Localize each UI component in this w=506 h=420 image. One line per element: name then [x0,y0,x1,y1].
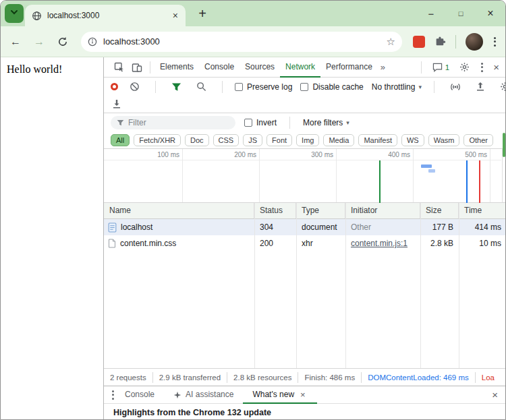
close-tab-icon[interactable]: × [298,386,308,403]
chip-all[interactable]: All [111,134,130,146]
devtools-menu-kebab-icon[interactable] [480,61,484,73]
drawer-menu-kebab-icon[interactable] [111,389,115,401]
chip-font[interactable]: Font [266,134,292,146]
filter-input[interactable]: Filter [111,116,235,129]
bookmark-star-icon[interactable]: ☆ [387,36,395,48]
chip-fetch-xhr[interactable]: Fetch/XHR [134,134,181,146]
column-header-time[interactable]: Time [459,203,506,218]
titlebar: localhost:3000 × + − □ × [1,1,505,26]
toolbar-divider [455,35,456,49]
chip-other[interactable]: Other [463,134,493,146]
clear-network-log-icon[interactable] [126,82,143,92]
browser-tab[interactable]: localhost:3000 × [25,5,186,26]
tab-search-button[interactable] [5,4,24,23]
chip-img[interactable]: Img [296,134,319,146]
tab-performance[interactable]: Performance [320,57,378,78]
column-divider [254,203,255,368]
minimize-button[interactable]: − [416,1,446,26]
network-overview-timeline[interactable]: 100 ms 200 ms 300 ms 400 ms 500 ms [104,149,506,203]
search-icon[interactable] [193,82,210,92]
checkbox-icon[interactable] [235,83,243,91]
more-filters-select[interactable]: More filters ▾ [303,118,349,127]
initiator-link[interactable]: content.min.js:1 [351,239,407,248]
issues-button[interactable]: 1 [432,63,449,72]
maximize-button[interactable]: □ [446,1,476,26]
request-name: content.min.css [120,239,176,248]
export-har-icon[interactable] [472,82,488,92]
filter-funnel-small-icon [117,119,124,126]
column-header-name[interactable]: Name [104,203,254,218]
tab-elements[interactable]: Elements [154,57,199,78]
device-toolbar-icon[interactable] [128,62,146,73]
request-size: 177 B [420,222,459,232]
drawer-tab-label: What's new [252,386,294,403]
reload-icon[interactable] [57,36,68,47]
chip-wasm[interactable]: Wasm [428,134,460,146]
filter-funnel-icon[interactable] [168,82,185,92]
scrollbar-thumb[interactable] [503,133,505,157]
url-text[interactable]: localhost:3000 [103,36,387,47]
checkbox-icon[interactable] [300,83,308,91]
invert-toggle[interactable]: Invert [244,118,277,127]
column-header-type[interactable]: Type [296,203,345,218]
globe-icon [32,11,42,21]
chip-ws[interactable]: WS [401,134,424,146]
more-filters-label: More filters [303,118,343,127]
column-header-size[interactable]: Size [420,203,459,218]
drawer-tab-console[interactable]: Console [115,386,164,404]
chip-doc[interactable]: Doc [185,134,209,146]
close-window-button[interactable]: × [476,1,505,26]
filter-placeholder: Filter [128,118,146,127]
new-tab-button[interactable]: + [194,1,211,26]
tick-label: 300 ms [311,151,333,158]
back-icon[interactable]: ← [10,36,21,47]
tab-network[interactable]: Network [280,57,320,78]
close-devtools-icon[interactable]: × [491,61,501,73]
chip-media[interactable]: Media [323,134,354,146]
spark-icon [173,391,181,399]
divider [421,61,422,73]
chip-js[interactable]: JS [243,134,262,146]
document-file-icon [108,222,117,233]
drawer-tab-whats-new[interactable]: What's new × [243,386,316,404]
drawer-tab-ai-assistance[interactable]: AI assistance [164,386,243,404]
table-row-content-min-css[interactable]: content.min.css 200 xhr content.min.js:1… [104,235,506,251]
network-settings-gear-icon[interactable] [497,82,506,92]
devtools-settings-gear-icon[interactable] [456,62,473,72]
inspect-element-icon[interactable] [111,62,128,73]
whats-new-heading[interactable]: Highlights from the Chrome 132 update [113,408,271,417]
tab-sources[interactable]: Sources [240,57,280,78]
invert-label: Invert [256,118,277,127]
column-header-status[interactable]: Status [254,203,296,218]
preserve-log-toggle[interactable]: Preserve log [235,82,292,92]
message-bubble-icon [432,63,443,72]
generic-file-icon [108,239,116,248]
column-header-initiator[interactable]: Initiator [345,203,420,218]
more-tabs-icon[interactable]: » [378,62,388,72]
chip-manifest[interactable]: Manifest [358,134,397,146]
checkbox-icon[interactable] [244,119,252,127]
devtools-right-tools: 1 × [417,61,501,73]
record-network-log-button[interactable] [111,83,118,90]
request-bar-css [428,169,435,173]
request-type: document [296,222,345,232]
forward-icon[interactable]: → [34,36,45,47]
extensions-puzzle-icon[interactable] [434,36,446,47]
import-har-icon[interactable] [112,99,121,109]
chip-css[interactable]: CSS [213,134,240,146]
site-info-icon[interactable] [88,37,97,47]
address-bar[interactable]: localhost:3000 ☆ [81,32,402,52]
extension-icon-red[interactable] [413,36,425,48]
network-conditions-icon[interactable] [447,82,464,92]
profile-avatar[interactable] [466,33,483,51]
disable-cache-toggle[interactable]: Disable cache [300,82,363,92]
summary-domcontentloaded: DOMContentLoaded: 469 ms [362,372,476,383]
tick-label: 100 ms [157,151,179,158]
throttling-select[interactable]: No throttling ▾ [372,82,422,92]
tab-close-icon[interactable]: × [171,10,180,21]
browser-menu-kebab-icon[interactable] [493,36,497,48]
table-row-localhost[interactable]: localhost 304 document Other 177 B 414 m… [104,219,506,235]
close-drawer-icon[interactable]: × [490,389,500,400]
load-marker [479,160,480,203]
tab-console[interactable]: Console [199,57,240,78]
